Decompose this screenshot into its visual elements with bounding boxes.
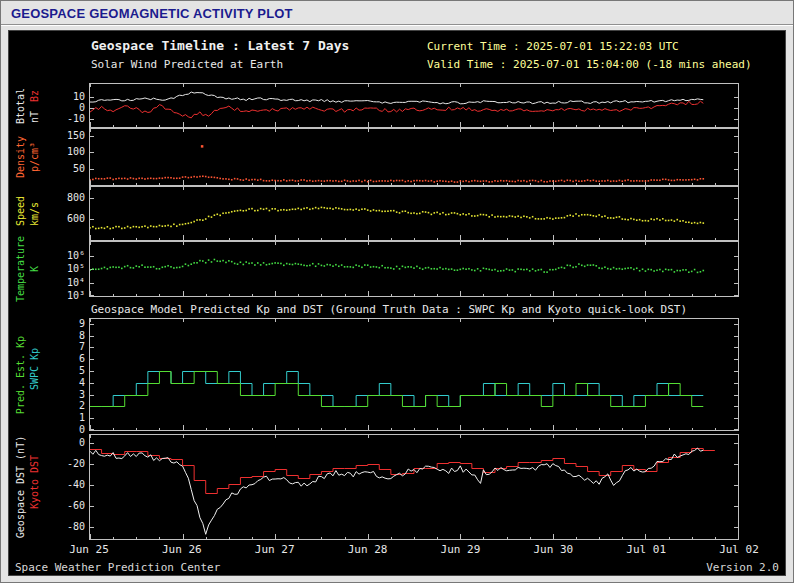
panel-imf	[89, 83, 739, 128]
panel-dst	[89, 434, 739, 540]
y-tick-label: 10	[51, 91, 85, 102]
y-tick-label: 10⁴	[51, 277, 85, 288]
x-tick-label: Jun 30	[533, 543, 573, 556]
axis-label-nt: nT	[29, 111, 40, 123]
plot-footer: Space Weather Prediction Center Version …	[15, 561, 779, 574]
y-tick-label: 50	[51, 163, 85, 174]
x-tick-label: Jul 02	[719, 543, 759, 556]
page-title: GEOSPACE GEOMAGNETIC ACTIVITY PLOT	[11, 6, 293, 21]
panel-canvas-kp	[90, 319, 738, 430]
y-tick-label: 7	[51, 341, 85, 352]
y-tick-label: 0	[51, 102, 85, 113]
y-tick-label: 10³	[51, 290, 85, 301]
y-tick-label: 5	[51, 365, 85, 376]
y-tick-label: 6	[51, 353, 85, 364]
y-tick-label: -10	[51, 113, 85, 124]
y-tick-label: 9	[51, 318, 85, 329]
geospace-plot: Geospace Timeline : Latest 7 Days Curren…	[8, 30, 786, 576]
panel-canvas-dst	[90, 435, 738, 539]
y-tick-label: 600	[51, 213, 85, 224]
y-tick-label: 3	[51, 389, 85, 400]
y-tick-label: 2	[51, 400, 85, 411]
footer-right: Version 2.0	[706, 561, 779, 574]
axis-label-p-cm-: p/cm³	[29, 142, 40, 172]
axis-label-speed: Speed	[15, 196, 26, 226]
x-tick-label: Jun 28	[348, 543, 388, 556]
panel-density	[89, 128, 739, 186]
current-time: Current Time : 2025-07-01 15:22:03 UTC	[427, 40, 679, 53]
y-tick-label: 10⁵	[51, 263, 85, 274]
axis-label-swpc-kp: SWPC Kp	[29, 348, 40, 390]
y-tick-label: 100	[51, 146, 85, 157]
y-tick-label: 10⁶	[51, 250, 85, 261]
panel-canvas-speed	[90, 187, 738, 240]
x-tick-label: Jun 25	[69, 543, 109, 556]
y-tick-label: 8	[51, 330, 85, 341]
axis-label-btotal: Btotal	[15, 87, 26, 123]
panel-speed	[89, 186, 739, 241]
plot-subtitle: Solar Wind Predicted at Earth	[91, 58, 283, 71]
panel-canvas-imf	[90, 84, 738, 127]
axis-label-density: Density	[15, 136, 26, 178]
valid-time: Valid Time : 2025-07-01 15:04:00 (-18 mi…	[427, 58, 752, 71]
axis-label-pred-est-kp: Pred. Est. Kp	[15, 335, 26, 413]
y-tick-label: -40	[51, 479, 85, 490]
axis-label-k: K	[29, 266, 40, 272]
y-tick-label: 0	[51, 437, 85, 448]
y-tick-label: 1	[51, 412, 85, 423]
panel-canvas-density	[90, 129, 738, 185]
page-header: GEOSPACE GEOMAGNETIC ACTIVITY PLOT	[1, 1, 793, 25]
y-tick-label: 0	[51, 424, 85, 435]
panel-canvas-temperature	[90, 242, 738, 296]
kp-dst-section-title: Geospace Model Predicted Kp and DST (Gro…	[91, 303, 687, 316]
y-tick-label: -60	[51, 500, 85, 511]
y-tick-label: 150	[51, 130, 85, 141]
axis-label-bz: Bz	[29, 90, 40, 102]
panel-temperature	[89, 241, 739, 297]
y-tick-label: -20	[51, 458, 85, 469]
axis-label-km-s: km/s	[29, 201, 40, 225]
axis-label-geospace-dst-nt-: Geospace DST (nT)	[15, 436, 26, 538]
x-tick-label: Jun 27	[255, 543, 295, 556]
y-tick-label: 800	[51, 192, 85, 203]
axis-label-temperature: Temperature	[15, 236, 26, 302]
axis-label-kyoto-dst: Kyoto DST	[29, 455, 40, 509]
footer-left: Space Weather Prediction Center	[15, 561, 220, 574]
x-tick-label: Jun 29	[441, 543, 481, 556]
panel-kp	[89, 318, 739, 431]
plot-title: Geospace Timeline : Latest 7 Days	[91, 38, 349, 53]
page: GEOSPACE GEOMAGNETIC ACTIVITY PLOT Geosp…	[0, 0, 794, 583]
y-tick-label: -80	[51, 521, 85, 532]
x-tick-label: Jun 26	[162, 543, 202, 556]
y-tick-label: 4	[51, 377, 85, 388]
x-tick-label: Jul 01	[626, 543, 666, 556]
